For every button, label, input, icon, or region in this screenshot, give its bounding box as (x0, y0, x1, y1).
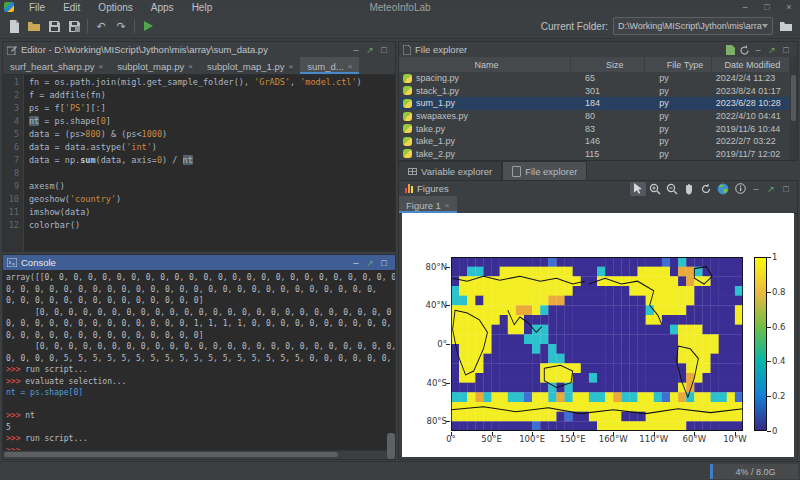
file-size-cell: 184 (571, 98, 645, 108)
select-arrow-icon (634, 183, 643, 194)
y-axis-tick-label: 80°N (407, 262, 447, 272)
close-icon[interactable]: × (289, 62, 294, 71)
string-token: 'PS' (65, 103, 85, 113)
minimize-button[interactable]: – (734, 0, 756, 14)
close-icon[interactable]: × (348, 62, 353, 71)
code-line: colorbar() (29, 219, 362, 232)
maximize-button[interactable]: □ (756, 0, 778, 14)
line-number: 10 (3, 193, 19, 206)
table-row[interactable]: spacing.py65py2024/2/4 11:23 (399, 72, 790, 85)
refresh-button[interactable] (737, 43, 751, 57)
zoom-out-button[interactable] (664, 182, 680, 196)
file-table-scrollbar-thumb[interactable] (791, 75, 796, 121)
close-icon[interactable]: × (188, 62, 193, 71)
zoom-in-button[interactable] (647, 182, 663, 196)
x-tick-mark (532, 432, 533, 436)
tab-file-explorer[interactable]: File explorer (502, 161, 587, 180)
editor-tab-sum-d-[interactable]: sum_d...× (300, 57, 359, 74)
editor-maximize-button[interactable]: □ (377, 43, 391, 57)
table-row[interactable]: take_2.py115py2019/11/7 12:02 (399, 148, 790, 160)
undo-button[interactable]: ↶ (91, 17, 111, 36)
python-file-icon (403, 137, 412, 146)
table-row[interactable]: take_1.py146py2022/2/7 03:22 (399, 135, 790, 148)
explorer-tab-label: Variable explorer (421, 166, 492, 177)
string-token: 'model.ctl' (300, 77, 356, 87)
colorbar (754, 257, 767, 431)
pan-tool-button[interactable] (681, 182, 697, 196)
editor-minimize-button[interactable]: – (349, 43, 363, 57)
column-header-size[interactable]: Size (571, 57, 645, 72)
column-header-date[interactable]: Date Modified (712, 57, 790, 72)
prompt: >>> (6, 434, 25, 443)
run-button[interactable] (138, 17, 158, 36)
browse-folder-button[interactable] (776, 17, 796, 36)
code-token: geoshow( (29, 194, 70, 204)
figures-maximize-button[interactable]: □ (779, 182, 793, 196)
console-detach-icon[interactable]: ↗ (363, 256, 377, 270)
figures-minimize-button[interactable]: – (749, 182, 763, 196)
undo-icon: ↶ (96, 20, 105, 33)
editor-tab-subplot-map-1-py[interactable]: subplot_map_1.py× (200, 57, 300, 74)
editor-tab-subplot-map-py[interactable]: subplot_map.py× (110, 57, 200, 74)
string-token: 'country' (70, 194, 116, 204)
tab-figure-1[interactable]: Figure 1 × (399, 196, 457, 213)
code-line: data = (ps>800) & (ps<1000) (29, 128, 362, 141)
menu-items: FileEditOptionsAppsHelp (20, 2, 221, 13)
info-button[interactable] (732, 182, 748, 196)
editor-tab-surf-heart-sharp-py[interactable]: surf_heart_sharp.py× (3, 57, 110, 74)
console-line: 0, 0, 0, 0, 0, 0, 0, 0, 0, 0, 0, 0, 0, 0… (6, 295, 395, 307)
new-file-button[interactable] (4, 17, 24, 36)
save-as-button[interactable] (64, 17, 84, 36)
console-maximize-button[interactable]: □ (377, 256, 391, 270)
save-button[interactable] (44, 17, 64, 36)
redo-button[interactable]: ↷ (111, 17, 131, 36)
tab-variable-explorer[interactable]: Variable explorer (398, 161, 502, 180)
line-number: 7 (3, 154, 19, 167)
figures-detach-icon[interactable]: ↗ (764, 182, 778, 196)
line-number: 12 (3, 219, 19, 232)
column-header-type[interactable]: File Type (645, 57, 711, 72)
console-hscrollbar-thumb[interactable] (4, 452, 338, 457)
console-vscrollbar-thumb[interactable] (387, 433, 395, 459)
import-file-button[interactable] (723, 43, 737, 57)
files-minimize-button[interactable]: – (751, 43, 765, 57)
world-map-plot[interactable] (451, 257, 743, 431)
file-date-cell: 2022/2/7 03:22 (712, 136, 790, 146)
code-editor[interactable]: 123456789101112 fn = os.path.join(migl.g… (3, 75, 395, 251)
file-explorer-title: File explorer (415, 44, 467, 55)
close-icon[interactable]: × (445, 201, 450, 210)
menu-edit[interactable]: Edit (54, 2, 89, 13)
console-hscrollbar[interactable] (3, 450, 387, 459)
refresh-icon (739, 45, 750, 56)
identify-tool-button[interactable] (715, 182, 731, 196)
close-icon[interactable]: × (99, 62, 104, 71)
column-header-name[interactable]: Name (399, 57, 571, 72)
file-table-scrollbar[interactable] (790, 57, 797, 160)
table-row[interactable]: take.py83py2019/11/6 10:44 (399, 122, 790, 135)
files-maximize-button[interactable]: □ (779, 43, 793, 57)
open-folder-button[interactable] (24, 17, 44, 36)
menu-file[interactable]: File (20, 2, 54, 13)
x-tick-mark (613, 432, 614, 436)
console-panel: Console – ↗ □ array([[0, 0, 0, 0, 0, 0, … (2, 254, 396, 460)
table-row[interactable]: sum_1.py184py2023/6/28 10:28 (399, 97, 790, 110)
menu-apps[interactable]: Apps (142, 2, 183, 13)
close-button[interactable]: × (778, 0, 800, 14)
x-tick-mark (451, 432, 452, 436)
line-number: 8 (3, 167, 19, 180)
current-folder-combobox[interactable]: D:\Working\MIScript\Jython\mis\array (613, 17, 773, 35)
console-minimize-button[interactable]: – (349, 256, 363, 270)
file-name: stack_1.py (416, 86, 459, 96)
memory-indicator[interactable]: 4% / 8.0G (710, 464, 798, 479)
table-row[interactable]: swapaxes.py80py2022/4/10 04:41 (399, 110, 790, 123)
menu-options[interactable]: Options (89, 2, 141, 13)
rotate-tool-button[interactable] (698, 182, 714, 196)
editor-detach-icon[interactable]: ↗ (363, 43, 377, 57)
menu-help[interactable]: Help (183, 2, 222, 13)
table-row[interactable]: stack_1.py301py2023/8/24 01:17 (399, 85, 790, 98)
string-token: 'int' (126, 142, 152, 152)
files-detach-icon[interactable]: ↗ (765, 43, 779, 57)
select-tool-button[interactable] (630, 182, 646, 196)
console-output[interactable]: array([[0, 0, 0, 0, 0, 0, 0, 0, 0, 0, 0,… (3, 270, 395, 451)
figure-canvas[interactable]: 80°N40°N0°40°S80°S0°50°E100°E150°E160°W1… (402, 213, 794, 457)
